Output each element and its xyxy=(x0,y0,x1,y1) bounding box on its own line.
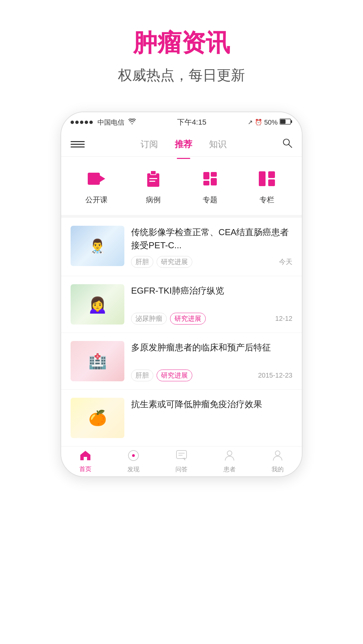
tab-knowledge[interactable]: 知识 xyxy=(209,136,227,153)
article-thumbnail-2 xyxy=(71,284,124,325)
tab-recommend[interactable]: 推荐 xyxy=(175,136,192,153)
bottom-nav-discover[interactable]: 发现 xyxy=(109,446,157,476)
article-meta-3: 肝胆 研究进展 2015-12-23 xyxy=(131,370,292,381)
category-bingli[interactable]: 病例 xyxy=(141,167,165,205)
bottom-nav-home-label: 首页 xyxy=(79,465,91,473)
article-tag-miniao: 泌尿肿瘤 xyxy=(131,313,167,325)
article-item[interactable]: 抗生素或可降低肿瘤免疫治疗效果 xyxy=(61,390,302,446)
menu-line-1 xyxy=(71,141,85,142)
svg-rect-8 xyxy=(151,171,156,175)
svg-point-26 xyxy=(275,451,280,456)
article-title-1: 传统影像学检查正常、CEA结直肠癌患者接受PET-C... xyxy=(131,226,292,252)
article-list: 传统影像学检查正常、CEA结直肠癌患者接受PET-C... 肝胆 研究进展 今天… xyxy=(61,218,302,446)
svg-line-4 xyxy=(289,144,292,147)
article-date-2: 12-12 xyxy=(275,315,292,323)
mine-icon xyxy=(272,450,283,464)
tab-group: 订阅 推荐 知识 xyxy=(85,136,282,153)
svg-rect-5 xyxy=(88,173,100,185)
article-tag-ganzi: 肝胆 xyxy=(131,370,153,381)
signal-dot-5 xyxy=(89,121,93,124)
status-time: 下午4:15 xyxy=(177,117,206,127)
page-header: 肿瘤资讯 权威热点，每日更新 xyxy=(0,0,363,98)
phone-frame: 中国电信 下午4:15 ↗ ⏰ 50% xyxy=(61,112,302,477)
svg-point-25 xyxy=(227,451,232,456)
discover-icon xyxy=(128,450,139,464)
status-right: ↗ ⏰ 50% xyxy=(248,118,292,127)
signal-dot-2 xyxy=(75,121,79,124)
patient-icon xyxy=(224,450,235,464)
category-zhuanlan[interactable]: 专栏 xyxy=(255,167,279,205)
svg-marker-18 xyxy=(80,451,90,460)
status-bar: 中国电信 下午4:15 ↗ ⏰ 50% xyxy=(61,112,302,132)
svg-rect-1 xyxy=(291,120,292,123)
svg-rect-13 xyxy=(211,172,217,177)
bottom-nav-qa[interactable]: 问答 xyxy=(157,446,205,476)
article-date-1: 今天 xyxy=(279,257,292,266)
search-button[interactable] xyxy=(282,138,292,151)
signal-dot-3 xyxy=(80,121,83,124)
article-tag-yanjiu2: 研究进展 xyxy=(170,313,206,325)
category-zhuanti[interactable]: 专题 xyxy=(198,167,222,205)
case-icon xyxy=(141,167,165,191)
column-icon xyxy=(255,167,279,191)
signal-dot-1 xyxy=(71,121,74,124)
svg-rect-7 xyxy=(147,173,159,187)
article-thumbnail-4 xyxy=(71,398,124,438)
svg-rect-21 xyxy=(176,450,187,459)
svg-rect-11 xyxy=(203,172,209,179)
bottom-nav-mine[interactable]: 我的 xyxy=(254,446,302,476)
wifi-icon xyxy=(128,119,136,126)
category-gongkaike[interactable]: 公开课 xyxy=(84,167,109,205)
article-meta-2: 泌尿肿瘤 研究进展 12-12 xyxy=(131,313,292,325)
page-title: 肿瘤资讯 xyxy=(0,27,363,59)
article-date-3: 2015-12-23 xyxy=(258,372,292,379)
category-row: 公开课 病例 专题 xyxy=(61,157,302,218)
article-tag-yanjiu3: 研究进展 xyxy=(157,370,192,381)
article-thumbnail-1 xyxy=(71,226,124,266)
location-icon: ↗ xyxy=(248,119,253,126)
category-label-zhuanti: 专题 xyxy=(203,195,217,205)
hamburger-menu-button[interactable] xyxy=(71,141,85,147)
page-subtitle: 权威热点，每日更新 xyxy=(0,66,363,85)
article-title-3: 多原发肿瘤患者的临床和预产后特征 xyxy=(131,341,292,354)
bottom-nav-qa-label: 问答 xyxy=(175,465,188,473)
article-content-2: EGFR-TKI肺癌治疗纵览 泌尿肿瘤 研究进展 12-12 xyxy=(131,284,292,325)
article-content-4: 抗生素或可降低肿瘤免疫治疗效果 xyxy=(131,398,292,438)
svg-rect-14 xyxy=(211,178,217,185)
article-item[interactable]: 传统影像学检查正常、CEA结直肠癌患者接受PET-C... 肝胆 研究进展 今天 xyxy=(61,218,302,276)
article-thumbnail-3 xyxy=(71,341,124,381)
category-label-bingli: 病例 xyxy=(146,195,161,205)
tab-subscribe[interactable]: 订阅 xyxy=(140,136,158,153)
category-label-zhuanlan: 专栏 xyxy=(259,195,274,205)
battery-icon xyxy=(280,118,292,127)
article-meta-1: 肝胆 研究进展 今天 xyxy=(131,256,292,268)
bottom-nav-home[interactable]: 首页 xyxy=(61,446,109,476)
svg-point-20 xyxy=(132,454,135,457)
menu-line-3 xyxy=(71,146,85,147)
svg-rect-9 xyxy=(149,178,157,179)
status-left: 中国电信 xyxy=(71,118,136,127)
bottom-nav-mine-label: 我的 xyxy=(272,465,284,473)
svg-rect-2 xyxy=(280,119,285,124)
article-content-1: 传统影像学检查正常、CEA结直肠癌患者接受PET-C... 肝胆 研究进展 今天 xyxy=(131,226,292,268)
article-content-3: 多原发肿瘤患者的临床和预产后特征 肝胆 研究进展 2015-12-23 xyxy=(131,341,292,381)
article-tag-yanjiu1: 研究进展 xyxy=(157,256,192,268)
svg-rect-10 xyxy=(149,181,155,182)
menu-line-2 xyxy=(71,144,85,145)
article-title-4: 抗生素或可降低肿瘤免疫治疗效果 xyxy=(131,398,292,411)
topic-icon xyxy=(198,167,222,191)
bottom-nav-discover-label: 发现 xyxy=(127,465,139,473)
svg-rect-17 xyxy=(268,179,275,186)
article-item[interactable]: EGFR-TKI肺癌治疗纵览 泌尿肿瘤 研究进展 12-12 xyxy=(61,276,302,333)
battery-percent: 50% xyxy=(264,119,278,126)
svg-rect-16 xyxy=(268,171,275,178)
alarm-icon: ⏰ xyxy=(255,119,262,126)
bottom-nav-patient[interactable]: 患者 xyxy=(206,446,254,476)
signal-dot-4 xyxy=(85,121,88,124)
bottom-nav: 首页 发现 问答 xyxy=(61,446,302,476)
svg-marker-24 xyxy=(183,458,185,461)
signal-dots xyxy=(71,121,93,124)
article-item[interactable]: 多原发肿瘤患者的临床和预产后特征 肝胆 研究进展 2015-12-23 xyxy=(61,333,302,390)
video-icon xyxy=(84,167,109,191)
carrier-label: 中国电信 xyxy=(97,118,124,127)
